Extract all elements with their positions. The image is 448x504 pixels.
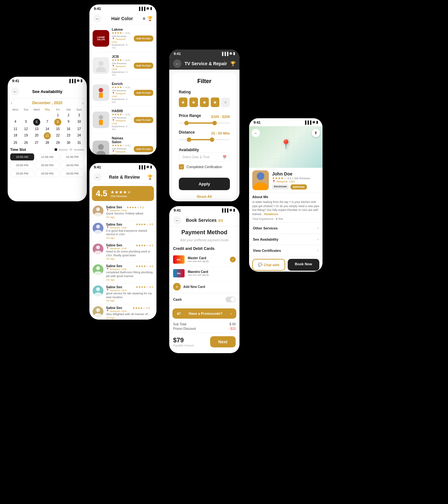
- back-btn-5[interactable]: ←: [173, 216, 181, 224]
- timeslot-5[interactable]: 04:00 PM: [60, 162, 84, 169]
- cal-day-21[interactable]: 21: [44, 132, 51, 139]
- cal-day-12[interactable]: 12: [21, 126, 31, 132]
- cal-day-19[interactable]: 19: [21, 132, 31, 139]
- cal-day-1[interactable]: 1: [53, 112, 63, 118]
- next-button[interactable]: Next: [210, 336, 236, 347]
- cal-day-15[interactable]: 15: [53, 126, 63, 132]
- timeslot-8[interactable]: 04:00 PM: [60, 170, 84, 177]
- star-1[interactable]: ★: [179, 97, 187, 107]
- signal-icon-4: ▐▐▐: [221, 52, 228, 56]
- back-btn-4[interactable]: ←: [173, 59, 181, 68]
- timeslot-4[interactable]: 03:00 PM: [35, 162, 59, 169]
- cal-day-17[interactable]: 17: [74, 126, 84, 132]
- service-info-1: JCB ★★★★★ 4.5 | 256 Reviews 📍 Newyork, U…: [112, 55, 131, 76]
- cal-day-31[interactable]: 31: [74, 140, 84, 146]
- mastercard-check[interactable]: ✓: [230, 257, 236, 262]
- cal-day-27[interactable]: 27: [32, 140, 42, 146]
- view-certificates-link[interactable]: View Certificates ›: [249, 245, 323, 256]
- add-icon: +: [173, 283, 181, 291]
- cal-day-18[interactable]: 18: [10, 132, 20, 139]
- timeslot-0[interactable]: 10:00 AM: [10, 153, 34, 160]
- cal-day-20[interactable]: 20: [32, 132, 42, 139]
- cal-day-8[interactable]: 8: [54, 119, 61, 126]
- card-mastercard: MC Master Card •••• •••• •••• 5678 ✓: [169, 253, 239, 267]
- back-btn-3[interactable]: ←: [93, 173, 102, 181]
- availability-input[interactable]: Select Date & Time 📅: [179, 152, 230, 162]
- cal-day-24[interactable]: 24: [74, 132, 84, 139]
- cal-day-5[interactable]: 5: [21, 119, 31, 126]
- cal-day-28[interactable]: 28: [42, 140, 52, 146]
- distance-thumb-right[interactable]: [210, 137, 214, 142]
- star-4[interactable]: ★: [211, 97, 219, 107]
- cash-toggle[interactable]: [225, 297, 236, 302]
- available-dot: [70, 148, 72, 151]
- cert-checkbox[interactable]: ✓: [179, 164, 184, 169]
- chat-button[interactable]: 💬 Chat with: [252, 259, 285, 271]
- add-cart-btn-4[interactable]: Add To Cart: [134, 146, 153, 152]
- price-thumb-right[interactable]: [212, 121, 217, 125]
- cal-day-14[interactable]: 14: [42, 126, 52, 132]
- star-5[interactable]: ★: [221, 97, 230, 107]
- timeslot-6[interactable]: 03:00 PM: [10, 170, 34, 177]
- cal-day-22[interactable]: 22: [53, 132, 63, 139]
- price-slider[interactable]: [179, 122, 230, 124]
- star-3[interactable]: ★: [200, 97, 209, 107]
- cal-day-13[interactable]: 13: [32, 126, 42, 132]
- filter-icon[interactable]: ≡: [143, 16, 145, 21]
- cal-day-23[interactable]: 23: [63, 132, 73, 139]
- price-thumb-left[interactable]: [184, 121, 189, 125]
- cal-day-3[interactable]: 3: [74, 112, 84, 118]
- timeslot-1[interactable]: 11:00 AM: [35, 153, 59, 160]
- share-button[interactable]: ⬆: [312, 129, 320, 137]
- readmore-link[interactable]: Readmore: [264, 213, 278, 216]
- book-header: ← Book Services 3/3: [169, 214, 239, 227]
- hair-nav: ← Hair Color ≡ 🏆: [89, 12, 156, 25]
- trophy-icon[interactable]: 🏆: [147, 16, 153, 21]
- apply-button[interactable]: Apply: [179, 178, 230, 190]
- review-2: Saline Sen ★★★★★ 4.5 📍 Newyork, USA Need…: [89, 242, 156, 262]
- cal-day-26[interactable]: 26: [21, 140, 31, 146]
- cal-day-10[interactable]: 10: [74, 119, 84, 126]
- distance-slider[interactable]: [179, 139, 230, 140]
- trophy-icon-3[interactable]: 🏆: [147, 174, 153, 180]
- cal-day-6[interactable]: 6: [33, 119, 40, 126]
- cal-day-30[interactable]: 30: [63, 140, 73, 146]
- prev-month-btn[interactable]: ‹: [11, 100, 12, 105]
- other-services-link[interactable]: Other Services ›: [249, 222, 323, 234]
- trophy-icon-4[interactable]: 🏆: [230, 61, 236, 66]
- add-cart-btn-1[interactable]: Add To Cart: [134, 63, 153, 69]
- cal-day-4[interactable]: 4: [10, 119, 20, 126]
- back-btn-2[interactable]: ←: [93, 14, 102, 23]
- cal-day-29[interactable]: 29: [53, 140, 63, 146]
- filter-nav: ← TV Service & Repair 🏆: [169, 58, 239, 70]
- service-card-3: HABIB ★★★★★ 4.5 | 256 Reviews 📍 Newyork,…: [89, 106, 156, 134]
- promo-button[interactable]: 🏷 Have a Promocode? ›: [172, 308, 236, 319]
- status-bar-4: 9:41 ▐▐▐ ⊛ ▮: [169, 50, 239, 58]
- timeslot-3[interactable]: 03:00 PM: [10, 162, 34, 169]
- book-now-button[interactable]: Book Now: [288, 259, 319, 271]
- add-card[interactable]: + Add New Card: [169, 280, 239, 293]
- review-nav: ← Rate & Review 🏆: [89, 171, 156, 183]
- cal-day-25[interactable]: 25: [10, 140, 20, 146]
- svg-point-17: [96, 308, 100, 312]
- cal-day-2[interactable]: 2: [63, 112, 73, 118]
- star-2[interactable]: ★: [189, 97, 198, 107]
- add-cart-btn-0[interactable]: Add To Cart: [134, 35, 153, 42]
- cal-day-11[interactable]: 11: [10, 126, 20, 132]
- back-btn-6[interactable]: ←: [252, 129, 260, 137]
- phone-filter: 9:41 ▐▐▐ ⊛ ▮ ← TV Service & Repair 🏆 Fil…: [169, 50, 239, 201]
- back-button-1[interactable]: ←: [11, 87, 19, 96]
- add-cart-btn-3[interactable]: Add To Cart: [134, 117, 153, 123]
- timeslot-2[interactable]: 01:00 PM: [60, 153, 84, 160]
- reset-link[interactable]: Reset All: [174, 193, 234, 200]
- see-availability-link[interactable]: See Availability ›: [249, 234, 323, 245]
- cal-empty: [21, 112, 31, 118]
- next-month-btn[interactable]: ›: [82, 100, 84, 105]
- cal-day-9[interactable]: 9: [63, 119, 73, 126]
- add-cart-btn-2[interactable]: Add To Cart: [134, 90, 153, 96]
- distance-thumb-left[interactable]: [187, 137, 191, 142]
- timeslot-7[interactable]: 03:00 PM: [35, 170, 59, 177]
- wifi-icon-6: ⊛: [312, 120, 315, 124]
- cal-day-7[interactable]: 7: [42, 119, 52, 126]
- cal-day-16[interactable]: 16: [63, 126, 73, 132]
